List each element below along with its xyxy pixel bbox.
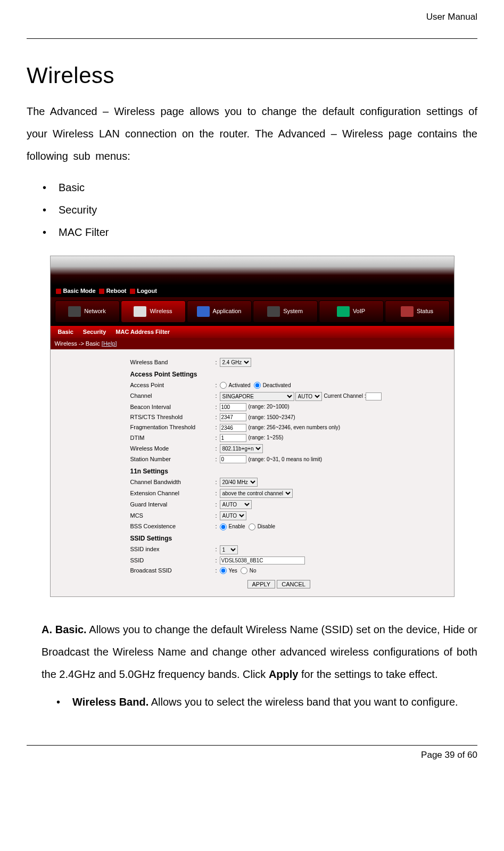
status-icon [401, 306, 414, 317]
select-channel-country[interactable]: SINGAPORE [220, 392, 294, 401]
txt-deactivated: Deactivated [263, 382, 291, 389]
wireless-icon [134, 306, 146, 317]
subnav-security[interactable]: Security [83, 328, 106, 336]
section-a-sublist: Wireless Band. Allows you to select the … [27, 691, 477, 713]
input-station[interactable] [220, 455, 246, 463]
txt-current-channel: Current Channel : [324, 392, 366, 400]
nav-system[interactable]: System [253, 300, 318, 323]
ss-topbar: Basic Mode Reboot Logout [51, 285, 454, 297]
sub-text: Allows you to select the wireless band t… [148, 696, 458, 708]
bullet-security: Security [59, 202, 477, 217]
help-link[interactable]: [Help] [102, 340, 117, 347]
section-a-text-after: for the settings to take effect. [298, 668, 437, 680]
lbl-channel: Channel [130, 392, 216, 400]
subnav-mac[interactable]: MAC Address Filter [115, 328, 170, 336]
select-wmode[interactable]: 802.11b+g+n [220, 444, 263, 453]
radio-broadcast-yes[interactable] [220, 567, 227, 574]
radio-broadcast-no[interactable] [241, 567, 247, 574]
ss-basic-mode-link[interactable]: Basic Mode [56, 287, 96, 295]
select-extch[interactable]: above the control channel [220, 489, 293, 498]
cancel-button[interactable]: CANCEL [277, 580, 310, 588]
range-dtim: (range: 1~255) [249, 434, 284, 441]
nav-wireless[interactable]: Wireless [121, 300, 186, 323]
select-guard[interactable]: AUTO [220, 500, 252, 509]
sub-wireless-band: Wireless Band. Allows you to select the … [72, 691, 477, 713]
range-rts: (range: 1500~2347) [249, 414, 295, 421]
bullet-mac-filter: MAC Filter [59, 225, 477, 240]
select-chbw[interactable]: 20/40 MHz [220, 478, 258, 487]
lbl-dtim: DTIM [130, 434, 216, 442]
txt-activated: Activated [229, 382, 251, 389]
system-icon [267, 306, 280, 317]
ss-form: Wireless Band: 2.4 GHz Access Point Sett… [51, 349, 454, 596]
nav-network-label: Network [84, 307, 105, 315]
select-wireless-band[interactable]: 2.4 GHz [220, 358, 251, 367]
page-title: Wireless [27, 60, 477, 92]
input-rts[interactable] [220, 413, 246, 421]
voip-icon [337, 306, 350, 317]
input-beacon[interactable] [220, 403, 246, 411]
lbl-frag: Fragmentation Threshold [130, 423, 216, 431]
input-ssid[interactable] [220, 557, 305, 564]
nav-voip[interactable]: VoIP [319, 300, 384, 323]
range-frag: (range: 256~2346, even numbers only) [249, 424, 341, 431]
txt-bss-enable: Enable [229, 523, 245, 530]
page-number: Page 39 of 60 [27, 749, 477, 762]
lbl-wireless-band: Wireless Band [130, 358, 216, 366]
nav-status-label: Status [417, 307, 433, 315]
lbl-beacon: Beacon Interval [130, 403, 216, 411]
nav-application-label: Application [213, 307, 242, 315]
input-frag[interactable] [220, 424, 246, 432]
radio-bss-disable[interactable] [249, 523, 255, 530]
input-current-channel[interactable] [366, 392, 382, 400]
range-beacon: (range: 20~1000) [249, 403, 290, 411]
select-ssid-index[interactable]: 1 [220, 545, 238, 554]
ss-reboot-link[interactable]: Reboot [99, 287, 127, 295]
network-icon [68, 306, 81, 317]
bullet-basic: Basic [59, 180, 477, 195]
ss-logout-link[interactable]: Logout [130, 287, 157, 295]
nav-status[interactable]: Status [385, 300, 450, 323]
apply-button[interactable]: APPLY [247, 580, 276, 588]
breadcrumb-text: Wireless -> Basic [55, 340, 102, 347]
lbl-chbw: Channel Bandwidth [130, 478, 216, 486]
router-ui-screenshot: Basic Mode Reboot Logout Network Wireles… [50, 256, 455, 597]
intro-paragraph: The Advanced – Wireless page allows you … [27, 100, 477, 167]
lbl-ssid: SSID [130, 557, 216, 564]
header-rule [27, 38, 477, 39]
footer-rule [27, 745, 477, 746]
hdr-11n: 11n Settings [130, 467, 454, 476]
apply-bold: Apply [269, 668, 299, 680]
radio-deactivated[interactable] [254, 382, 261, 389]
txt-broadcast-no: No [250, 567, 257, 575]
section-a-title: Basic. [55, 624, 87, 635]
select-mcs[interactable]: AUTO [220, 511, 246, 520]
hdr-ap-settings: Access Point Settings [130, 370, 454, 379]
section-a-marker: A. [42, 624, 52, 635]
lbl-bss: BSS Coexistence [130, 522, 216, 530]
ss-breadcrumb: Wireless -> Basic [Help] [51, 338, 454, 349]
footer-page-prefix: Page [421, 750, 444, 760]
subnav-basic[interactable]: Basic [58, 328, 73, 336]
application-icon [197, 306, 210, 317]
lbl-ssid-index: SSID index [130, 545, 216, 553]
radio-bss-enable[interactable] [220, 523, 227, 530]
header-label: User Manual [27, 11, 477, 23]
hdr-ssid-settings: SSID Settings [130, 534, 454, 543]
select-channel-auto[interactable]: AUTO [295, 392, 322, 401]
lbl-broadcast: Broadcast SSID [130, 567, 216, 575]
ss-sub-nav: Basic Security MAC Address Filter [51, 326, 454, 338]
nav-network[interactable]: Network [55, 300, 120, 323]
lbl-mcs: MCS [130, 512, 216, 520]
menu-bullet-list: Basic Security MAC Filter [27, 180, 477, 240]
lbl-wmode: Wireless Mode [130, 445, 216, 453]
nav-voip-label: VoIP [353, 307, 365, 315]
lbl-extch: Extension Channel [130, 489, 216, 497]
footer-of: of [455, 750, 467, 760]
input-dtim[interactable] [220, 434, 246, 442]
ss-header-gradient [51, 256, 454, 285]
nav-application[interactable]: Application [187, 300, 252, 323]
radio-activated[interactable] [220, 382, 227, 389]
lbl-access-point: Access Point [130, 381, 216, 389]
footer-page-num: 39 [445, 750, 455, 760]
